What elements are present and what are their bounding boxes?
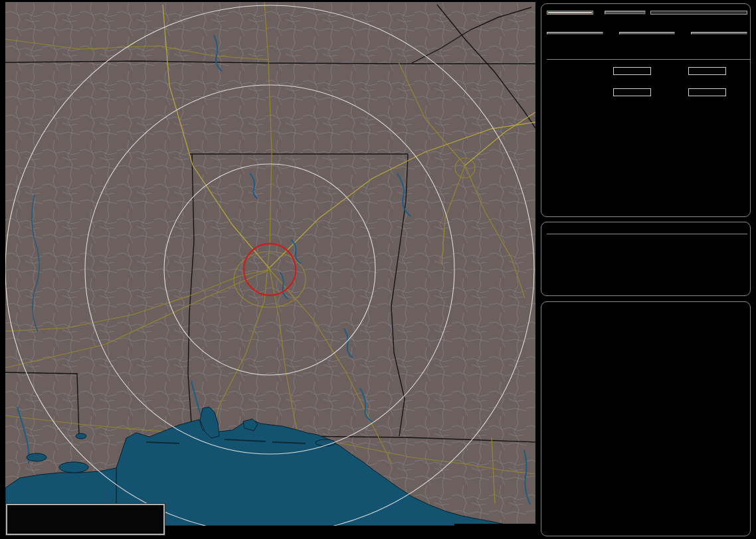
- app-window: { "map": { "ring_labels": [ {"text": "31…: [0, 0, 756, 539]
- system-status-panel: [541, 222, 751, 296]
- cloud-ground-row: [547, 67, 747, 75]
- ic-positive-bar: [613, 88, 651, 96]
- strike-mode-button[interactable]: [547, 11, 593, 15]
- close-counter: [619, 32, 676, 40]
- trend-graph: [543, 351, 750, 536]
- bearing-readout: [650, 11, 747, 15]
- datetime-display: [547, 226, 747, 234]
- lightning-map[interactable]: [5, 2, 535, 526]
- strikes-counter: [547, 32, 603, 40]
- cg-positive-bar: [613, 67, 651, 75]
- strike-stats-panel: [541, 3, 751, 217]
- trend-panel: [541, 301, 751, 536]
- symbol-legend: [6, 504, 165, 535]
- noises-counter: [691, 32, 747, 40]
- close-per-min-button[interactable]: [619, 32, 676, 35]
- strikes-per-min-button[interactable]: [547, 32, 603, 35]
- map-display[interactable]: [5, 2, 535, 526]
- noise-mode-button[interactable]: [605, 11, 646, 15]
- noises-per-min-button[interactable]: [691, 32, 747, 35]
- intracloud-row: [547, 88, 747, 96]
- distribution-header: [547, 57, 750, 60]
- cg-negative-bar: [688, 67, 726, 75]
- ic-negative-bar: [688, 88, 726, 96]
- copyright-notice: [454, 524, 535, 535]
